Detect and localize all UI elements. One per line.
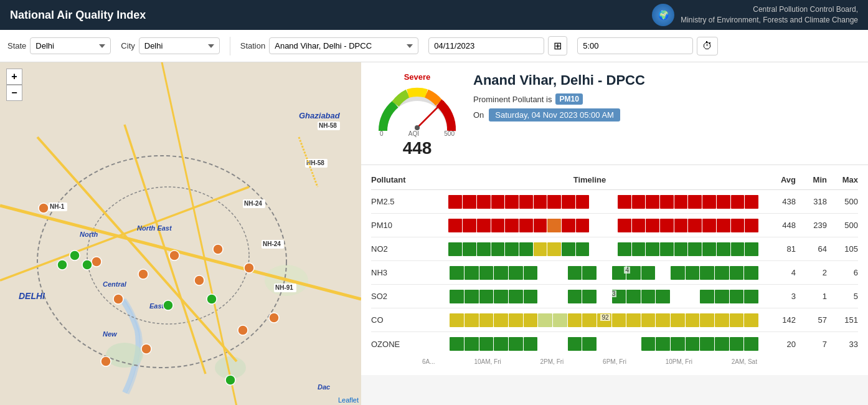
city-control: City Delhi	[121, 37, 219, 54]
on-label: On	[473, 110, 484, 120]
th-pollutant: Pollutant	[371, 175, 421, 184]
svg-text:Central: Central	[103, 280, 127, 288]
min-val: 1	[796, 292, 827, 301]
pollutant-name: OZONE	[371, 340, 421, 349]
time-labels-row: 6A... 10AM, Fri 2PM, Fri 6PM, Fri 10PM, …	[371, 358, 858, 365]
city-select[interactable]: Delhi	[139, 37, 220, 54]
min-val: 2	[796, 268, 827, 277]
max-val: 500	[827, 197, 858, 206]
bar-track	[421, 335, 758, 353]
clock-icon[interactable]: ⏱	[697, 37, 718, 55]
divider	[230, 37, 230, 55]
svg-text:NH-24: NH-24	[244, 200, 262, 207]
gauge-min: 0	[380, 130, 384, 137]
zoom-in-button[interactable]: +	[6, 69, 22, 85]
avg-val: 438	[758, 197, 796, 206]
pollutant-name: NO2	[371, 244, 421, 254]
pollutant-name: NH3	[371, 268, 421, 277]
svg-point-40	[194, 275, 204, 285]
th-timeline: Timeline	[421, 175, 758, 184]
bar-label: 4	[624, 267, 630, 274]
map-section: NH-1 NH-58 NH-24 NH-91 NH-24 NH-58 Ghazi…	[0, 62, 361, 405]
table-row: NO2 81 64 105	[371, 237, 858, 261]
bar-track: 3	[421, 288, 758, 305]
zoom-out-button[interactable]: −	[6, 85, 22, 101]
max-val: 33	[827, 340, 858, 349]
svg-point-36	[141, 344, 151, 354]
leaflet-credit[interactable]: Leaflet	[338, 396, 359, 404]
th-min: Min	[796, 175, 827, 184]
min-val: 239	[796, 221, 827, 230]
time-label: 2PM, Fri	[540, 358, 564, 365]
time-label: 10PM, Fri	[666, 358, 692, 365]
svg-point-47	[57, 260, 67, 270]
svg-point-50	[225, 375, 235, 385]
table-row: PM10 448 239 500	[371, 214, 858, 237]
station-name: Anand Vihar, Delhi - DPCC	[473, 72, 856, 88]
svg-point-34	[92, 257, 101, 267]
gauge-unit: AQI	[408, 130, 419, 137]
station-label: Station	[240, 41, 265, 50]
table-row: PM2.5 438 318 500	[371, 190, 858, 214]
right-panel: Severe 0 AQI	[361, 62, 868, 405]
time-input[interactable]	[577, 37, 693, 54]
map-svg: NH-1 NH-58 NH-24 NH-91 NH-24 NH-58 Ghazi…	[0, 62, 361, 405]
svg-point-37	[101, 356, 111, 366]
svg-text:New: New	[103, 330, 118, 338]
max-val: 151	[827, 315, 858, 325]
station-select[interactable]: Anand Vihar, Delhi - DPCC	[269, 37, 418, 54]
aqi-gauge	[374, 84, 461, 134]
avg-val: 81	[758, 244, 796, 254]
svg-point-33	[39, 203, 49, 213]
svg-text:NH-1: NH-1	[50, 203, 65, 210]
svg-point-38	[138, 269, 148, 279]
min-val: 57	[796, 315, 827, 325]
time-label: 10AM, Fri	[474, 358, 501, 365]
svg-point-41	[213, 244, 223, 254]
svg-point-1	[106, 343, 143, 368]
severity-label: Severe	[404, 72, 431, 82]
svg-point-46	[82, 260, 92, 270]
avg-val: 448	[758, 221, 796, 230]
pollutant-row: Prominent Pollutant is PM10	[473, 93, 856, 105]
datetime-badge: Saturday, 04 Nov 2023 05:00 AM	[489, 108, 620, 122]
table-row: OZONE 20 7 33	[371, 332, 858, 356]
state-select[interactable]: Delhi	[30, 37, 111, 54]
th-max: Max	[827, 175, 858, 184]
aqi-value: 448	[403, 138, 432, 158]
svg-text:North East: North East	[137, 224, 172, 232]
state-control: State Delhi	[7, 37, 111, 54]
timeline-section: Pollutant Timeline Avg Min Max PM2.5 4	[361, 165, 868, 375]
max-val: 6	[827, 268, 858, 277]
map-container: NH-1 NH-58 NH-24 NH-91 NH-24 NH-58 Ghazi…	[0, 62, 361, 405]
state-label: State	[7, 41, 26, 50]
time-label: 6PM, Fri	[603, 358, 626, 365]
date-input[interactable]	[428, 37, 544, 54]
min-val: 7	[796, 340, 827, 349]
svg-point-52	[415, 125, 420, 130]
svg-point-35	[113, 294, 123, 304]
bar-track	[421, 193, 758, 211]
svg-text:NH-58: NH-58	[306, 160, 324, 166]
header-right: 🌍 Central Pollution Control Board, Minis…	[652, 4, 858, 26]
org-logo: 🌍	[652, 4, 674, 26]
max-val: 500	[827, 221, 858, 230]
svg-point-42	[244, 263, 254, 273]
org-info: Central Pollution Control Board, Ministr…	[681, 4, 858, 26]
calendar-icon[interactable]: ⊞	[548, 36, 567, 55]
pollutant-name: SO2	[371, 292, 421, 301]
station-control: Station Anand Vihar, Delhi - DPCC	[240, 37, 418, 54]
time-labels: 6A... 10AM, Fri 2PM, Fri 6PM, Fri 10PM, …	[421, 358, 758, 365]
bar-track: 92	[421, 312, 758, 329]
svg-line-51	[417, 102, 443, 128]
controls-bar: State Delhi City Delhi Station Anand Vih…	[0, 30, 868, 62]
time-control: ⏱	[577, 37, 718, 55]
min-val: 318	[796, 197, 827, 206]
gauge-container: Severe 0 AQI	[374, 72, 461, 158]
station-info: Anand Vihar, Delhi - DPCC Prominent Poll…	[473, 72, 856, 122]
bar-track	[421, 241, 758, 258]
time-label: 2AM, Sat	[732, 358, 757, 365]
max-val: 5	[827, 292, 858, 301]
timeline-header: Pollutant Timeline Avg Min Max	[371, 173, 858, 190]
pollutant-name: PM10	[371, 221, 421, 230]
